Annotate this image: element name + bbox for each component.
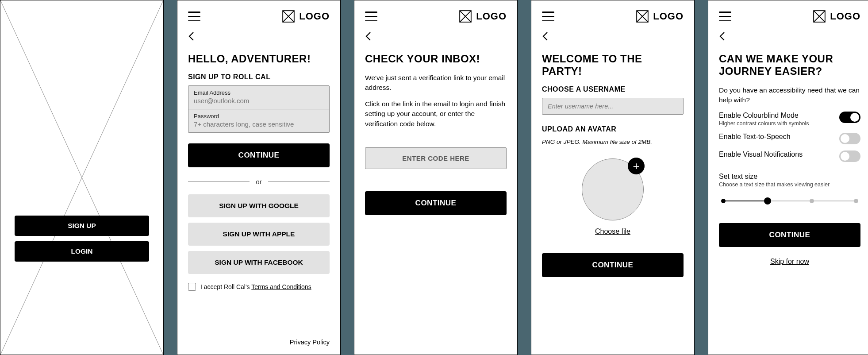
terms-checkbox[interactable]	[188, 283, 196, 291]
back-button[interactable]	[531, 27, 694, 43]
logo-placeholder-icon	[636, 10, 649, 23]
screen-signup: LOGO HELLO, ADVENTURER! SIGN UP TO ROLL …	[177, 0, 341, 355]
intro-text: Do you have an accessibility need that w…	[719, 85, 860, 105]
or-text: or	[256, 178, 261, 185]
visual-notif-label: Enable Visual Notifications	[719, 150, 803, 158]
text-size-slider[interactable]	[723, 197, 856, 205]
screen-verify: LOGO CHECK YOUR INBOX! We've just sent a…	[354, 0, 518, 355]
choose-file-link[interactable]: Choose file	[542, 228, 684, 235]
logo: LOGO	[459, 10, 507, 23]
logo: LOGO	[282, 10, 330, 23]
toggle-row-tts: Enable Text-to-Speech	[719, 133, 860, 144]
toggle-row-colourblind: Enable Colourblind Mode Higher contrast …	[719, 112, 860, 127]
upload-hint: PNG or JPEG. Maximum file size of 2MB.	[542, 139, 684, 145]
terms-row: I accept Roll Cal's Terms and Conditions	[188, 283, 330, 291]
text-size-label: Set text size	[719, 173, 860, 181]
avatar-upload: +	[582, 158, 644, 220]
logo-placeholder-icon	[459, 10, 472, 23]
page-subtitle: SIGN UP TO ROLL CAL	[188, 73, 330, 81]
page-title: HELLO, ADVENTURER!	[188, 53, 330, 65]
screen-accessibility: LOGO CAN WE MAKE YOUR JOURNEY EASIER? Do…	[708, 0, 868, 355]
or-divider: or	[188, 178, 330, 185]
logo-text: LOGO	[476, 11, 507, 22]
text-size-sublabel: Choose a text size that makes viewing ea…	[719, 181, 860, 188]
back-button[interactable]	[354, 27, 517, 43]
chevron-left-icon	[719, 31, 725, 41]
continue-button[interactable]: CONTINUE	[365, 191, 507, 215]
chevron-left-icon	[188, 31, 194, 41]
back-button[interactable]	[708, 27, 868, 43]
email-placeholder: user@outlook.com	[194, 97, 324, 104]
colourblind-label: Enable Colourblind Mode	[719, 112, 809, 120]
image-placeholder-x	[0, 0, 163, 355]
screen-splash: SIGN UP LOGIN	[0, 0, 164, 355]
upload-heading: UPLOAD AN AVATAR	[542, 125, 684, 133]
verify-text-2: Click on the link in the email to login …	[365, 99, 507, 129]
colourblind-toggle[interactable]	[839, 112, 860, 123]
colourblind-sublabel: Higher contrast colours with symbols	[719, 120, 809, 127]
chevron-left-icon	[365, 31, 371, 41]
menu-icon[interactable]	[542, 12, 554, 21]
signup-apple-button[interactable]: SIGN UP WITH APPLE	[188, 223, 330, 246]
signup-google-button[interactable]: SIGN UP WITH GOOGLE	[188, 194, 330, 217]
privacy-policy-link[interactable]: Privacy Policy	[290, 339, 330, 346]
code-input[interactable]: ENTER CODE HERE	[365, 147, 507, 169]
page-title: WELCOME TO THE PARTY!	[542, 53, 684, 77]
continue-button[interactable]: CONTINUE	[719, 223, 860, 247]
svg-line-1	[0, 0, 163, 355]
continue-button[interactable]: CONTINUE	[542, 253, 684, 277]
tts-label: Enable Text-to-Speech	[719, 133, 791, 141]
continue-button[interactable]: CONTINUE	[188, 143, 330, 167]
email-label: Email Address	[194, 89, 324, 96]
page-title: CAN WE MAKE YOUR JOURNEY EASIER?	[719, 53, 860, 77]
logo-placeholder-icon	[282, 10, 295, 23]
email-field[interactable]: Email Address user@outlook.com	[188, 86, 329, 109]
terms-link[interactable]: Terms and Conditions	[251, 283, 311, 290]
logo-placeholder-icon	[813, 10, 826, 23]
tts-toggle[interactable]	[839, 133, 860, 144]
menu-icon[interactable]	[365, 12, 377, 21]
menu-icon[interactable]	[188, 12, 200, 21]
visual-notif-toggle[interactable]	[839, 150, 860, 162]
logo-text: LOGO	[830, 11, 860, 22]
back-button[interactable]	[177, 27, 340, 43]
page-title: CHECK YOUR INBOX!	[365, 53, 507, 65]
username-input[interactable]: Enter username here...	[542, 98, 684, 115]
terms-text: I accept Roll Cal's Terms and Conditions	[200, 283, 311, 290]
password-field[interactable]: Password 7+ characters long, case sensit…	[188, 109, 329, 132]
password-label: Password	[194, 113, 324, 120]
username-heading: CHOOSE A USERNAME	[542, 85, 684, 93]
verify-text-1: We've just sent a verification link to y…	[365, 73, 507, 93]
toggle-row-visual-notif: Enable Visual Notifications	[719, 150, 860, 162]
signup-form: Email Address user@outlook.com Password …	[188, 85, 330, 133]
logo-text: LOGO	[653, 11, 684, 22]
menu-icon[interactable]	[719, 12, 731, 21]
signup-facebook-button[interactable]: SIGN UP WITH FACEBOOK	[188, 251, 330, 274]
logo-text: LOGO	[299, 11, 330, 22]
svg-line-0	[0, 0, 163, 355]
logo: LOGO	[636, 10, 684, 23]
password-placeholder: 7+ characters long, case sensitive	[194, 120, 324, 128]
screen-profile: LOGO WELCOME TO THE PARTY! CHOOSE A USER…	[531, 0, 695, 355]
skip-link[interactable]: Skip for now	[719, 258, 860, 266]
login-button[interactable]: LOGIN	[15, 241, 149, 262]
plus-icon: +	[633, 159, 639, 173]
add-avatar-button[interactable]: +	[628, 158, 645, 174]
logo: LOGO	[813, 10, 860, 23]
chevron-left-icon	[542, 31, 548, 41]
signup-button[interactable]: SIGN UP	[15, 216, 149, 236]
